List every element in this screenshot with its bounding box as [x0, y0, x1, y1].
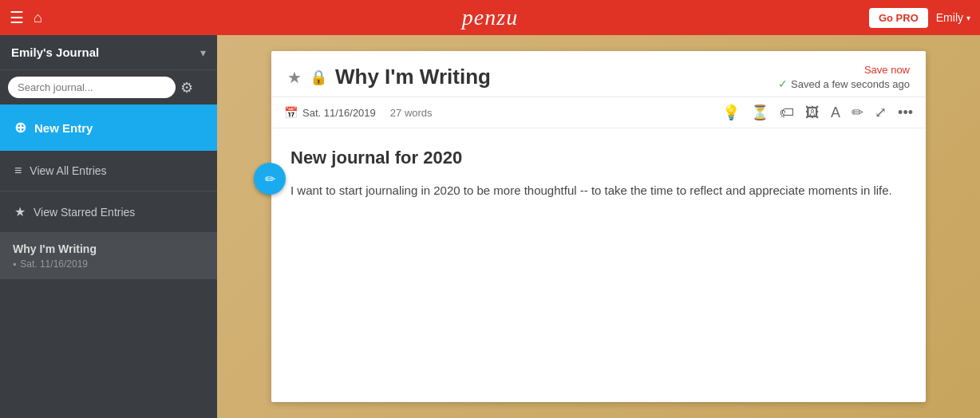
hamburger-icon[interactable]: ☰: [10, 8, 24, 27]
entry-title-row: ★ 🔒 Why I'm Writing: [287, 65, 778, 89]
save-now-link[interactable]: Save now: [778, 64, 910, 76]
toolbar-date: 📅 Sat. 11/16/2019: [284, 106, 376, 119]
go-pro-button[interactable]: Go PRO: [869, 8, 928, 28]
journal-paper: ✏ ★ 🔒 Why I'm Writing Save now ✓ Saved a…: [271, 51, 926, 402]
content-area: ✏ ★ 🔒 Why I'm Writing Save now ✓ Saved a…: [217, 35, 980, 418]
user-menu[interactable]: Emily ▾: [936, 11, 970, 24]
sidebar-item-all-entries[interactable]: ≡ View All Entries: [0, 151, 217, 191]
entry-date-icon: ▪: [13, 258, 16, 270]
sidebar: Emily's Journal ▾ ⚙ ⊕ New Entry ≡ View A…: [0, 35, 217, 418]
list-item[interactable]: Why I'm Writing ▪ Sat. 11/16/2019: [0, 233, 217, 279]
journal-header-bar: ★ 🔒 Why I'm Writing Save now ✓ Saved a f…: [271, 51, 926, 97]
tag-icon[interactable]: 🏷: [780, 104, 794, 121]
journal-title: Emily's Journal: [11, 45, 99, 59]
check-icon: ✓: [778, 77, 788, 90]
image-icon[interactable]: 🖼: [805, 104, 820, 121]
entry-item-title: Why I'm Writing: [13, 243, 204, 255]
font-icon[interactable]: A: [831, 104, 840, 121]
word-count: 27 words: [390, 107, 433, 119]
home-icon[interactable]: ⌂: [34, 10, 42, 26]
new-entry-button[interactable]: ⊕ New Entry: [0, 104, 217, 151]
toolbar-date-text: Sat. 11/16/2019: [302, 107, 376, 119]
expand-icon[interactable]: ⤢: [875, 104, 887, 121]
sidebar-item-label-starred: View Starred Entries: [34, 206, 135, 219]
saved-status: ✓ Saved a few seconds ago: [778, 77, 910, 90]
entry-body-text: I want to start journaling in 2020 to be…: [290, 181, 907, 200]
entry-body: New journal for 2020 I want to start jou…: [271, 128, 926, 402]
penzu-logo: penzu: [462, 5, 518, 30]
star-icon-sidebar: ★: [14, 204, 26, 219]
bulb-icon[interactable]: 💡: [722, 104, 740, 121]
search-bar: ⚙: [0, 70, 217, 104]
user-name: Emily: [936, 11, 963, 24]
chevron-down-icon: ▾: [966, 14, 970, 22]
new-entry-label: New Entry: [34, 121, 93, 135]
saved-status-text: Saved a few seconds ago: [791, 78, 910, 90]
lock-icon[interactable]: 🔒: [310, 69, 327, 86]
hourglass-icon[interactable]: ⏳: [751, 104, 769, 121]
main-area: Emily's Journal ▾ ⚙ ⊕ New Entry ≡ View A…: [0, 35, 980, 418]
more-icon[interactable]: •••: [898, 104, 913, 121]
edit-fab-button[interactable]: ✏: [254, 163, 286, 195]
pencil-edit-icon: ✏: [265, 172, 275, 187]
settings-icon[interactable]: ⚙: [180, 79, 193, 97]
journal-dropdown-icon[interactable]: ▾: [200, 46, 206, 59]
pen-icon[interactable]: ✏: [852, 104, 863, 121]
top-nav: ☰ ⌂ penzu Go PRO Emily ▾: [0, 0, 980, 35]
plus-circle-icon: ⊕: [14, 119, 26, 136]
list-icon: ≡: [14, 164, 22, 178]
star-icon[interactable]: ★: [287, 68, 302, 87]
journal-header: Emily's Journal ▾: [0, 35, 217, 70]
toolbar-icons: 💡 ⏳ 🏷 🖼 A ✏ ⤢ •••: [722, 104, 913, 121]
sidebar-item-label-all: View All Entries: [30, 164, 106, 177]
save-section: Save now ✓ Saved a few seconds ago: [778, 64, 910, 90]
entry-body-title: New journal for 2020: [290, 148, 907, 168]
entry-title: Why I'm Writing: [335, 65, 491, 89]
calendar-icon: 📅: [284, 106, 298, 119]
toolbar: 📅 Sat. 11/16/2019 27 words 💡 ⏳ 🏷 🖼 A ✏ ⤢…: [271, 97, 926, 128]
entry-item-date: ▪ Sat. 11/16/2019: [13, 258, 204, 270]
search-input[interactable]: [8, 77, 176, 98]
sidebar-item-starred[interactable]: ★ View Starred Entries: [0, 191, 217, 233]
